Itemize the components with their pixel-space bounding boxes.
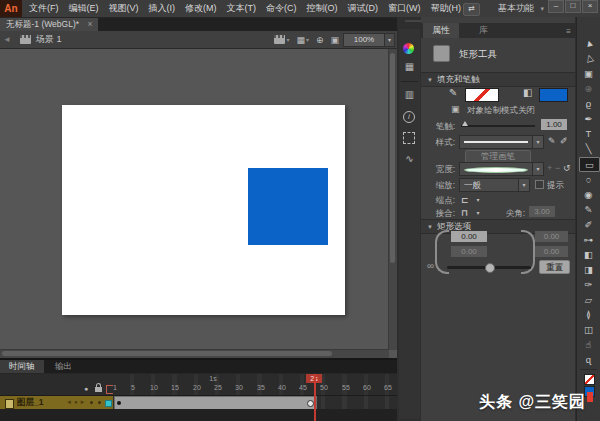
swatches-panel-icon[interactable]: ▦ bbox=[400, 59, 419, 75]
close-icon[interactable]: × bbox=[87, 19, 92, 29]
menu-debug[interactable]: 调试(D) bbox=[343, 0, 384, 17]
menu-window[interactable]: 窗口(W) bbox=[383, 0, 426, 17]
back-arrow-icon[interactable]: ◄ bbox=[3, 35, 11, 44]
object-drawing-label[interactable]: 对象绘制模式关闭 bbox=[467, 105, 535, 117]
clip-content-button[interactable]: ▣ bbox=[330, 35, 339, 45]
eraser-tool[interactable]: ▱ bbox=[579, 293, 598, 306]
empty-keyframe-circle[interactable] bbox=[307, 400, 314, 407]
lasso-tool[interactable]: ϱ bbox=[579, 97, 598, 110]
frame-ruler[interactable]: 1s 2s 1 5 10 15 20 25 30 35 40 45 50 55 … bbox=[113, 374, 397, 395]
panel-menu-icon[interactable]: ≡ bbox=[566, 27, 571, 36]
minimize-button[interactable]: – bbox=[548, 0, 564, 13]
subselection-tool[interactable]: ▷ bbox=[579, 52, 598, 65]
fill-color-swatch[interactable] bbox=[539, 88, 568, 102]
width-tool[interactable]: ≬ bbox=[579, 308, 598, 321]
rectangle-tool[interactable]: ▭ bbox=[579, 157, 600, 172]
app-logo[interactable]: An bbox=[0, 0, 22, 17]
scale-dropdown[interactable]: 一般 bbox=[459, 178, 523, 192]
chevron-down-icon[interactable]: ▾ bbox=[518, 178, 530, 192]
corner-radius-slider-thumb[interactable] bbox=[485, 263, 495, 273]
workspace-switcher[interactable]: 基本功能 ▾ bbox=[498, 0, 544, 17]
fluid-brush-tool[interactable]: ◉ bbox=[579, 188, 598, 201]
edit-stroke-style-icon[interactable]: ✎ bbox=[548, 136, 556, 146]
layer-item[interactable]: 图层_1 ◄●► bbox=[0, 396, 113, 409]
info-panel-icon[interactable]: i bbox=[403, 111, 415, 123]
sync-icon[interactable]: ⇄ bbox=[463, 3, 480, 16]
layer-keyframe-nav[interactable]: ◄●► bbox=[66, 396, 88, 409]
lock-corner-radius-icon[interactable]: ∞ bbox=[427, 260, 434, 271]
chevron-down-icon[interactable]: ▾ bbox=[532, 135, 544, 149]
menu-view[interactable]: 视图(V) bbox=[104, 0, 144, 17]
stage-zoom-input[interactable]: 100% bbox=[343, 33, 385, 47]
scrollbar-thumb[interactable] bbox=[2, 351, 332, 356]
lock-layers-icon[interactable] bbox=[95, 387, 102, 392]
delete-profile-icon[interactable]: − bbox=[555, 163, 560, 173]
show-hide-layers-icon[interactable]: ● bbox=[84, 385, 88, 392]
miter-input[interactable]: 3.00 bbox=[529, 206, 555, 217]
width-profile-dropdown[interactable] bbox=[459, 162, 533, 176]
edit-symbols-button[interactable]: ▦ ▾ bbox=[296, 35, 309, 45]
free-transform-tool[interactable]: ▣ bbox=[579, 67, 598, 80]
stroke-size-input[interactable]: 1.00 bbox=[541, 119, 567, 130]
frame-strip[interactable] bbox=[113, 396, 397, 409]
edit-scene-button[interactable]: ▾ bbox=[274, 35, 289, 44]
motion-presets-panel-icon[interactable]: ∿ bbox=[400, 151, 419, 167]
layer-outline-color[interactable] bbox=[105, 400, 112, 407]
corner-radius-bl-input[interactable]: 0.00 bbox=[451, 246, 487, 257]
color-panel-icon[interactable] bbox=[403, 43, 414, 54]
line-tool[interactable]: ╲ bbox=[579, 142, 598, 155]
playhead-line[interactable] bbox=[314, 374, 316, 421]
keyframe-dot[interactable] bbox=[117, 401, 121, 405]
vertical-scrollbar[interactable] bbox=[388, 49, 397, 350]
menu-edit[interactable]: 编辑(E) bbox=[64, 0, 104, 17]
menu-help[interactable]: 帮助(H) bbox=[426, 0, 467, 17]
zoom-dropdown-icon[interactable]: ▾ bbox=[384, 33, 395, 47]
stroke-style-dropdown[interactable] bbox=[459, 135, 533, 149]
reset-profile-icon[interactable]: ↺ bbox=[563, 163, 571, 173]
frame-span[interactable] bbox=[114, 396, 317, 410]
horizontal-scrollbar[interactable] bbox=[0, 349, 389, 358]
corner-radius-br-input[interactable]: 0.00 bbox=[535, 246, 568, 257]
layer-name[interactable]: 图层_1 bbox=[17, 396, 43, 409]
tab-output[interactable]: 输出 bbox=[46, 360, 81, 373]
menu-file[interactable]: 文件(F) bbox=[24, 0, 64, 17]
menu-text[interactable]: 文本(T) bbox=[222, 0, 262, 17]
reset-button[interactable]: 重置 bbox=[539, 260, 570, 274]
corner-radius-tr-input[interactable]: 0.00 bbox=[535, 231, 568, 242]
scrollbar-thumb[interactable] bbox=[390, 53, 395, 263]
brush-library-icon[interactable]: ✐ bbox=[560, 136, 568, 146]
section-fill-stroke[interactable]: ▼填充和笔触 bbox=[421, 72, 575, 87]
3d-rotation-tool[interactable]: ⊕ bbox=[579, 82, 598, 95]
join-icon[interactable]: ⊓ bbox=[461, 208, 468, 218]
hand-tool[interactable]: ☝ bbox=[579, 338, 598, 351]
menu-control[interactable]: 控制(O) bbox=[302, 0, 343, 17]
tab-properties[interactable]: 属性 bbox=[423, 23, 459, 38]
stage-canvas[interactable] bbox=[62, 105, 345, 315]
close-button[interactable]: × bbox=[582, 0, 598, 13]
maximize-button[interactable]: □ bbox=[565, 0, 581, 13]
stroke-slider-thumb[interactable] bbox=[462, 121, 468, 126]
classic-brush-tool[interactable]: ✐ bbox=[579, 218, 598, 231]
drawn-rectangle[interactable] bbox=[248, 168, 328, 245]
paint-bucket-tool[interactable]: ◧ bbox=[579, 248, 598, 261]
tab-timeline[interactable]: 时间轴 bbox=[0, 360, 44, 373]
eyedropper-tool[interactable]: ✑ bbox=[579, 278, 598, 291]
corner-radius-slider[interactable] bbox=[447, 266, 531, 269]
camera-tool[interactable]: ◫ bbox=[579, 323, 598, 336]
layer-lock-dot[interactable] bbox=[98, 401, 101, 404]
oval-tool[interactable]: ○ bbox=[579, 173, 598, 186]
chevron-down-icon[interactable]: ▾ bbox=[473, 194, 483, 206]
stroke-slider[interactable] bbox=[461, 125, 535, 127]
ink-bottle-tool[interactable]: ◨ bbox=[579, 263, 598, 276]
add-profile-icon[interactable]: + bbox=[547, 163, 552, 173]
corner-radius-tl-input[interactable]: 0.00 bbox=[451, 231, 487, 242]
hints-checkbox[interactable] bbox=[535, 180, 544, 189]
layer-visibility-dot[interactable] bbox=[90, 401, 93, 404]
zoom-tool[interactable]: ɋ bbox=[579, 353, 598, 366]
menu-insert[interactable]: 插入(I) bbox=[144, 0, 181, 17]
bone-tool[interactable]: ⊶ bbox=[579, 233, 598, 246]
object-drawing-icon[interactable]: ▣ bbox=[451, 104, 460, 114]
selection-tool[interactable]: ► bbox=[579, 37, 598, 50]
pen-tool[interactable]: ✒ bbox=[579, 112, 598, 125]
stroke-color-swatch[interactable] bbox=[465, 88, 499, 102]
